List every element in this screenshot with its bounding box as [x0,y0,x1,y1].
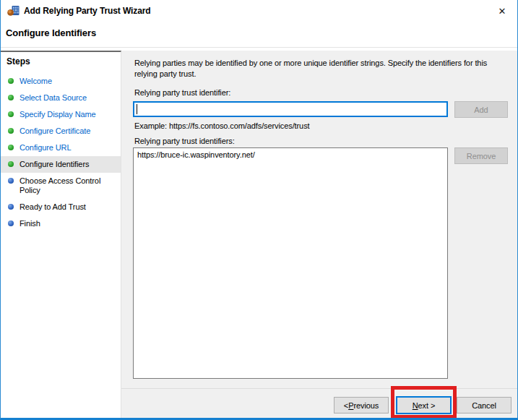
title-bar[interactable]: Add Relying Party Trust Wizard ✕ [1,0,517,22]
close-icon[interactable]: ✕ [491,2,513,20]
add-button[interactable]: Add [454,101,508,118]
identifier-list-item[interactable]: https://bruce-ic.waspinventory.net/ [134,148,447,162]
identifiers-listbox[interactable]: https://bruce-ic.waspinventory.net/ [133,147,448,379]
step-upcoming-icon [8,178,14,184]
example-text: Example: https://fs.contoso.com/adfs/ser… [134,121,310,130]
intro-text: Relying parties may be identified by one… [134,58,509,80]
step-specify-display-name: Specify Display Name [1,106,121,123]
step-completed-icon [8,78,14,84]
step-upcoming-icon [8,204,14,210]
wizard-window: Add Relying Party Trust Wizard ✕ Configu… [0,0,518,420]
next-button[interactable]: Next > [396,396,452,414]
step-configure-url: Configure URL [1,140,121,156]
step-finish: Finish [1,215,121,232]
previous-button[interactable]: < Previous [334,397,389,413]
step-ready-to-add-trust: Ready to Add Trust [1,199,121,215]
identifiers-list-label: Relying party trust identifiers: [134,137,235,145]
identifier-input-label: Relying party trust identifier: [134,88,230,97]
steps-sidebar: Steps Welcome Select Data Source Specify… [1,51,121,418]
step-completed-icon [8,128,14,134]
text-caret [137,104,137,114]
header-divider [1,47,517,48]
window-title: Add Relying Party Trust Wizard [24,0,151,22]
step-configure-certificate: Configure Certificate [1,123,121,140]
step-choose-access-control-policy: Choose Access Control Policy [1,173,121,199]
step-welcome: Welcome [1,73,121,90]
step-upcoming-icon [8,220,14,226]
step-configure-identifiers: Configure Identifiers [1,156,121,173]
step-select-data-source: Select Data Source [1,90,121,106]
step-completed-icon [8,111,14,117]
cancel-button[interactable]: Cancel [457,397,511,413]
footer-divider [121,388,517,389]
steps-heading: Steps [7,56,121,67]
adfs-wizard-icon [7,5,20,17]
remove-button[interactable]: Remove [454,147,508,164]
identifier-input[interactable] [133,101,448,117]
step-current-icon [8,161,14,167]
step-completed-icon [8,95,14,100]
page-title: Configure Identifiers [6,27,96,38]
step-completed-icon [8,145,14,150]
